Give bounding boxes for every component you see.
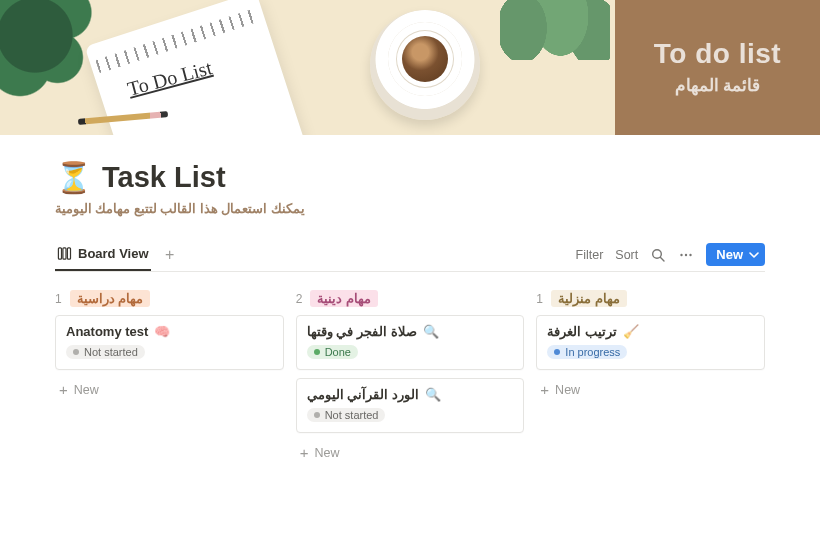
card-title: 🧠Anatomy test [66,324,273,339]
card-icon: 🔍 [423,324,439,339]
column-header[interactable]: مهام دراسية1 [55,290,284,307]
status-dot [554,349,560,355]
cover-title-ar: قائمة المهام [675,75,761,96]
add-card-label: New [314,446,339,460]
page-title-text: Task List [102,161,226,194]
decor-plant-2 [500,0,610,60]
column-count: 1 [55,292,62,306]
status-dot [314,349,320,355]
board: مهام دراسية1🧠Anatomy testNot started+New… [55,290,765,464]
column-tag: مهام منزلية [551,290,626,307]
new-button-label: New [716,247,743,262]
card-title: 🔍صلاة الفجر في وقتها [307,324,514,339]
status-badge: Done [307,345,358,359]
add-card-button[interactable]: +New [536,378,765,401]
page-title[interactable]: ⏳ Task List [55,160,765,195]
column-count: 2 [296,292,303,306]
page-emoji[interactable]: ⏳ [55,160,92,195]
notepad-text: To Do List [125,56,214,101]
cover-title-panel: To do list قائمة المهام [615,0,820,135]
column-tag: مهام دراسية [70,290,150,307]
svg-rect-1 [63,248,66,259]
column-header[interactable]: مهام منزلية1 [536,290,765,307]
add-card-label: New [74,383,99,397]
card-title-text: Anatomy test [66,324,148,339]
card-title: 🧹ترتيب الغرفة [547,324,754,339]
tab-board-view[interactable]: Board View [55,238,151,271]
plus-icon: + [59,382,68,397]
board-card[interactable]: 🧠Anatomy testNot started [55,315,284,370]
svg-point-7 [690,253,692,255]
board-column: مهام منزلية1🧹ترتيب الغرفةIn progress+New [536,290,765,464]
search-button[interactable] [650,247,666,263]
ellipsis-icon [678,247,694,263]
filter-button[interactable]: Filter [576,248,604,262]
card-title-text: الورد القرآني اليومي [307,387,419,402]
column-count: 1 [536,292,543,306]
status-badge: Not started [307,408,386,422]
card-title: 🔍الورد القرآني اليومي [307,387,514,402]
add-card-label: New [555,383,580,397]
card-title-text: صلاة الفجر في وقتها [307,324,417,339]
svg-point-6 [685,253,687,255]
database-view-bar: Board View + Filter Sort New [55,238,765,272]
page-subtitle[interactable]: يمكنك استعمال هذا القالب لتتبع مهامك الي… [55,201,765,216]
status-badge: Not started [66,345,145,359]
card-icon: 🧠 [154,324,170,339]
add-card-button[interactable]: +New [296,441,525,464]
add-view-button[interactable]: + [159,246,181,264]
svg-rect-0 [58,248,61,259]
new-button[interactable]: New [706,243,765,266]
column-header[interactable]: مهام دينية2 [296,290,525,307]
board-card[interactable]: 🧹ترتيب الغرفةIn progress [536,315,765,370]
board-card[interactable]: 🔍صلاة الفجر في وقتهاDone [296,315,525,370]
board-column: مهام دراسية1🧠Anatomy testNot started+New [55,290,284,464]
cover-title-en: To do list [654,39,781,70]
plus-icon: + [540,382,549,397]
more-button[interactable] [678,247,694,263]
status-dot [314,412,320,418]
cover-image: To Do List To do list قائمة المهام [0,0,820,135]
view-tab-label: Board View [78,246,149,261]
status-dot [73,349,79,355]
column-tag: مهام دينية [310,290,377,307]
board-card[interactable]: 🔍الورد القرآني اليوميNot started [296,378,525,433]
card-title-text: ترتيب الغرفة [547,324,617,339]
plus-icon: + [300,445,309,460]
svg-line-4 [661,257,665,261]
svg-point-5 [681,253,683,255]
sort-button[interactable]: Sort [615,248,638,262]
chevron-down-icon [749,250,759,260]
card-icon: 🧹 [623,324,639,339]
search-icon [650,247,666,263]
card-icon: 🔍 [425,387,441,402]
board-icon [57,246,72,261]
decor-cup [370,10,480,120]
add-card-button[interactable]: +New [55,378,284,401]
board-column: مهام دينية2🔍صلاة الفجر في وقتهاDone🔍الور… [296,290,525,464]
status-badge: In progress [547,345,627,359]
svg-rect-2 [67,248,70,259]
